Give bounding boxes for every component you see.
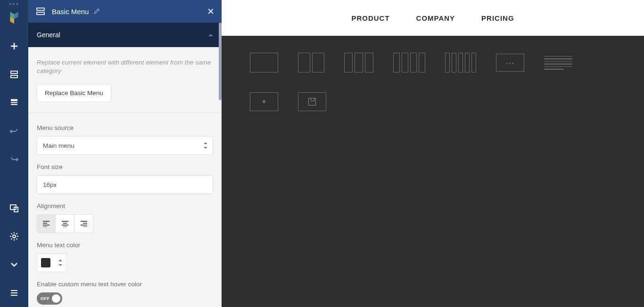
layout-block-2col[interactable]	[298, 53, 324, 73]
preview-menu: PRODUCT COMPANY PRICING	[222, 0, 644, 36]
svg-rect-9	[37, 12, 44, 15]
save-icon	[308, 98, 316, 105]
canvas-area: PRODUCT COMPANY PRICING ··· +	[222, 0, 644, 307]
responsive-view-button[interactable]	[0, 194, 28, 222]
accordion-label: General	[37, 31, 60, 39]
replace-element-button[interactable]: Replace Basic Menu	[37, 84, 111, 102]
svg-rect-4	[11, 75, 17, 78]
menu-item-product[interactable]: PRODUCT	[351, 14, 389, 22]
font-size-label: Font size	[37, 163, 213, 170]
settings-panel: Basic Menu × General Replace current ele…	[28, 0, 222, 307]
color-swatch	[41, 258, 50, 267]
hamburger-menu-button[interactable]	[0, 279, 28, 307]
layout-block-3col[interactable]	[344, 53, 373, 73]
replace-hint: Replace current element with different e…	[37, 58, 213, 75]
redo-button[interactable]	[0, 145, 28, 173]
select-arrows-icon	[58, 259, 63, 266]
add-element-button[interactable]	[0, 32, 28, 60]
tree-view-button[interactable]	[0, 89, 28, 117]
layout-block-text[interactable]	[544, 56, 572, 70]
align-right-button[interactable]	[74, 214, 93, 233]
hover-color-label: Enable custom menu text hover color	[37, 281, 213, 288]
left-toolbar: ●●●	[0, 0, 28, 307]
drag-handle-dots[interactable]: ●●●	[9, 0, 19, 6]
hover-color-toggle[interactable]: OFF	[37, 292, 62, 305]
layout-blocks-panel: ··· +	[222, 36, 644, 307]
text-color-label: Menu text color	[37, 242, 213, 249]
layout-block-4col[interactable]	[393, 53, 425, 73]
svg-rect-3	[11, 71, 17, 73]
align-center-button[interactable]	[56, 214, 74, 233]
accordion-general[interactable]: General	[28, 23, 222, 47]
close-panel-button[interactable]: ×	[207, 5, 214, 18]
svg-rect-8	[37, 8, 44, 10]
caret-up-icon	[208, 34, 213, 36]
layout-block-add[interactable]: +	[250, 92, 278, 111]
basic-menu-icon	[36, 7, 45, 16]
alignment-label: Alignment	[37, 202, 213, 210]
templates-button[interactable]	[0, 60, 28, 89]
layout-block-5col[interactable]	[445, 53, 476, 73]
layout-block-1col[interactable]	[250, 53, 278, 73]
app-logo	[6, 9, 22, 25]
svg-marker-1	[14, 12, 18, 19]
text-color-picker[interactable]	[37, 253, 67, 272]
panel-scrollbar[interactable]	[219, 23, 222, 100]
svg-point-7	[13, 235, 16, 238]
edit-title-icon[interactable]	[93, 8, 100, 15]
align-left-button[interactable]	[37, 214, 56, 233]
collapse-button[interactable]	[0, 250, 28, 279]
menu-item-pricing[interactable]: PRICING	[481, 14, 514, 22]
settings-button[interactable]	[0, 222, 28, 250]
toggle-knob	[52, 294, 60, 303]
layout-block-more[interactable]: ···	[496, 54, 524, 72]
undo-button[interactable]	[0, 117, 28, 145]
menu-source-value: Main menu	[43, 142, 74, 149]
panel-title: Basic Menu	[52, 8, 89, 16]
menu-source-label: Menu source	[37, 124, 213, 131]
menu-item-company[interactable]: COMPANY	[416, 14, 455, 22]
panel-header: Basic Menu ×	[28, 0, 222, 23]
panel-body: Replace current element with different e…	[28, 47, 222, 307]
font-size-value: 16px	[43, 181, 57, 188]
toggle-text: OFF	[41, 296, 50, 301]
select-arrows-icon	[203, 142, 208, 149]
font-size-input[interactable]: 16px	[37, 175, 213, 194]
alignment-group	[37, 214, 213, 233]
layout-block-save[interactable]	[298, 92, 326, 111]
menu-source-select[interactable]: Main menu	[37, 136, 213, 155]
